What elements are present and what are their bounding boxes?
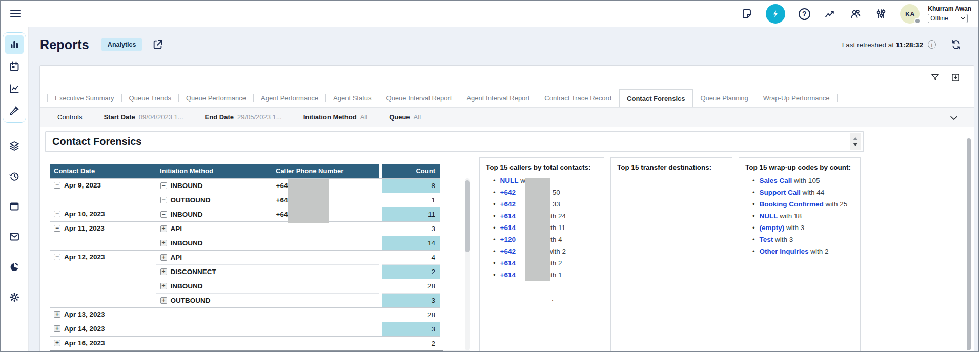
expand-toggle[interactable]: + [54,311,60,318]
method-value: OUTBOUND [171,297,211,304]
stepper-down-icon[interactable] [853,143,858,146]
item-link[interactable]: Booking Confirmed [760,200,824,208]
availability-select[interactable]: Offline [928,14,968,23]
filter-end-date[interactable]: End Date29/05/2023 1... [205,113,282,121]
stepper-up-icon[interactable] [853,137,858,140]
filter-label: Start Date [104,113,135,121]
info-icon[interactable]: i [928,40,936,49]
help-icon[interactable]: ? [798,7,811,20]
tab-queue-interval-report[interactable]: Queue Interval Report [379,89,459,107]
item-link[interactable]: +642 [500,247,516,255]
date-value: Apr 14, 2023 [64,325,105,333]
controls-bar: Controls Start Date09/04/2023 1...End Da… [40,107,974,127]
method-cell: −INBOUND [156,178,272,193]
download-icon[interactable] [950,72,962,83]
tab-contact-forensics[interactable]: Contact Forensics [619,89,692,107]
method-value: DISCONNECT [171,268,216,276]
report-heading: Contact Forensics [45,131,864,152]
sidebar-item-console[interactable] [5,197,24,216]
tab-queue-planning[interactable]: Queue Planning [693,89,756,107]
table-vertical-scrollbar [465,178,470,350]
item-link[interactable]: Sales Call [760,177,792,184]
expand-toggle[interactable]: + [54,325,60,332]
quick-actions-bolt-icon[interactable] [766,4,785,24]
sidebar-item-settings[interactable] [5,287,24,307]
sidebar [1,27,29,351]
filter-icon[interactable] [930,72,941,83]
pie-chart-icon [8,261,21,273]
sidebar-item-themes[interactable] [5,101,24,120]
sidebar-item-mail[interactable] [5,227,24,246]
panel-list: Sales Call with 105Support Call with 44B… [739,176,860,256]
pivot-table: Contact Date Initiation Method Caller Ph… [50,164,440,350]
refresh-icon[interactable] [950,38,963,51]
sidebar-item-datasets[interactable] [5,136,24,156]
collapse-toggle[interactable]: − [54,225,60,232]
date-value: Apr 10, 2023 [64,210,105,218]
tab-contract-trace-record[interactable]: Contract Trace Record [537,89,619,107]
item-link[interactable]: Other Inquiries [760,247,809,255]
sidebar-item-dashboards[interactable] [5,35,24,54]
hamburger-menu-icon[interactable] [9,8,22,20]
sidebar-item-analysis[interactable] [5,79,24,98]
col-caller-phone: Caller Phone Number [272,164,379,178]
page-header: Reports Analytics Last refreshed at 11:2… [40,33,963,56]
expand-toggle[interactable]: + [160,225,167,232]
item-link[interactable]: Support Call [760,189,801,196]
item-link[interactable]: NULL [500,177,519,184]
item-link[interactable]: +614 [500,259,516,267]
item-link[interactable]: Test [760,236,773,243]
tab-wrap-up-performance[interactable]: Wrap-Up Performance [756,89,837,107]
history-clock-icon [8,170,21,182]
tab-queue-trends[interactable]: Queue Trends [122,89,178,107]
method-cell: +API [156,250,272,264]
collapse-toggle[interactable]: − [54,182,60,189]
collapse-toggle[interactable]: − [160,197,167,203]
controls-chevron-down-icon[interactable] [948,112,961,124]
tab-queue-performance[interactable]: Queue Performance [179,89,253,107]
envelope-icon [8,231,21,243]
expand-toggle[interactable]: + [54,340,60,346]
item-link[interactable]: +642 [500,189,516,196]
table-row: +Apr 14, 20233 [50,322,440,336]
avatar[interactable]: KA [900,4,920,24]
expand-toggle[interactable]: + [160,240,167,246]
collapse-toggle[interactable]: − [160,182,167,189]
collapse-toggle[interactable]: − [54,211,60,217]
filter-start-date[interactable]: Start Date09/04/2023 1... [104,113,183,121]
filter-queue[interactable]: QueueAll [389,113,421,121]
agents-icon[interactable] [849,7,862,20]
item-link[interactable]: (empty) [760,224,785,232]
tab-agent-interval-report[interactable]: Agent Interval Report [459,89,537,107]
table-horizontal-scrollbar-thumb[interactable] [50,350,443,351]
external-link-icon[interactable] [152,38,165,51]
sidebar-item-history[interactable] [5,167,24,186]
item-link[interactable]: +614 [500,224,516,232]
preferences-icon[interactable] [874,7,888,20]
item-link[interactable]: +642 [500,200,516,208]
tab-agent-performance[interactable]: Agent Performance [254,89,325,107]
metrics-icon[interactable] [823,7,836,20]
expand-toggle[interactable]: + [160,283,167,289]
tab-executive-summary[interactable]: Executive Summary [48,89,121,107]
card-scrollbar-thumb[interactable] [967,138,971,350]
expand-toggle[interactable]: + [160,268,167,275]
filter-initiation-method[interactable]: Initiation MethodAll [303,113,368,121]
method-value: INBOUND [171,282,203,290]
expand-toggle[interactable]: + [160,254,167,261]
item-link[interactable]: +614 [500,212,516,220]
item-link[interactable]: +614 [500,271,516,279]
note-icon[interactable] [740,7,753,20]
stray-text: . [552,294,554,302]
sidebar-item-schedule[interactable] [5,57,24,76]
item-link[interactable]: NULL [760,212,778,220]
sidebar-item-usage[interactable] [5,257,24,277]
tab-agent-status[interactable]: Agent Status [326,89,378,107]
expand-toggle[interactable]: + [160,297,167,304]
empty-cell [156,336,379,350]
item-link[interactable]: +120 [500,236,516,243]
table-vertical-scrollbar-thumb[interactable] [465,180,470,252]
collapse-toggle[interactable]: − [54,254,60,260]
collapse-toggle[interactable]: − [160,211,167,218]
table-header-row: Contact Date Initiation Method Caller Ph… [50,164,440,178]
